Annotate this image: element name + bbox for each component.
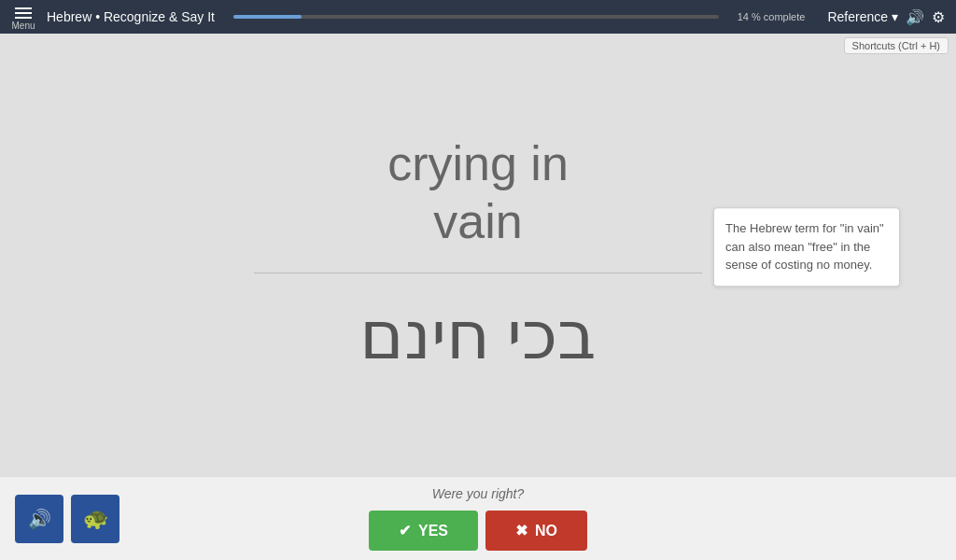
divider bbox=[254, 273, 702, 273]
were-you-right-label: Were you right? bbox=[432, 486, 525, 501]
english-phrase-text: crying in vain bbox=[387, 136, 569, 248]
hint-box: The Hebrew term for "in vain" can also m… bbox=[713, 207, 900, 286]
reference-button[interactable]: Reference ▾ bbox=[827, 9, 898, 24]
sound-icon-header[interactable]: 🔊 bbox=[906, 8, 924, 26]
yes-label: YES bbox=[418, 523, 448, 539]
header: Menu Hebrew • Recognize & Say It 14 % co… bbox=[0, 0, 956, 34]
header-right-controls: Reference ▾ 🔊 ⚙ bbox=[827, 8, 945, 26]
x-icon: ✖ bbox=[515, 522, 527, 539]
footer: 🔊 🐢 Were you right? ✔ YES ✖ NO bbox=[0, 476, 956, 560]
sound-icon: 🔊 bbox=[28, 508, 51, 530]
shortcuts-tooltip: Shortcuts (Ctrl + H) bbox=[844, 37, 949, 54]
settings-icon[interactable]: ⚙ bbox=[932, 8, 945, 26]
checkmark-icon: ✔ bbox=[399, 522, 411, 539]
hint-text: The Hebrew term for "in vain" can also m… bbox=[725, 221, 884, 272]
footer-left-buttons: 🔊 🐢 bbox=[15, 495, 120, 543]
answer-buttons: ✔ YES ✖ NO bbox=[369, 511, 587, 551]
menu-icon bbox=[11, 4, 35, 22]
yes-button[interactable]: ✔ YES bbox=[369, 511, 478, 551]
shortcuts-text: Shortcuts (Ctrl + H) bbox=[852, 40, 940, 51]
reference-label: Reference bbox=[827, 9, 888, 24]
chevron-down-icon: ▾ bbox=[892, 9, 898, 24]
sound-button[interactable]: 🔊 bbox=[15, 495, 63, 543]
progress-text: 14 % complete bbox=[738, 11, 806, 22]
flashcard-button[interactable]: 🐢 bbox=[71, 495, 120, 543]
hebrew-phrase: בכי חינם bbox=[359, 296, 597, 375]
no-label: NO bbox=[535, 523, 557, 539]
no-button[interactable]: ✖ NO bbox=[485, 511, 587, 551]
progress-bar-fill bbox=[233, 15, 302, 19]
main-content: crying in vain בכי חינם The Hebrew term … bbox=[0, 34, 956, 476]
menu-label: Menu bbox=[11, 21, 35, 31]
answer-section: Were you right? ✔ YES ✖ NO bbox=[369, 486, 587, 551]
progress-bar bbox=[233, 15, 719, 19]
app-title: Hebrew • Recognize & Say It bbox=[47, 9, 215, 24]
menu-button[interactable]: Menu bbox=[11, 4, 35, 31]
english-phrase: crying in vain bbox=[387, 134, 569, 251]
flashcard-icon: 🐢 bbox=[83, 507, 108, 531]
